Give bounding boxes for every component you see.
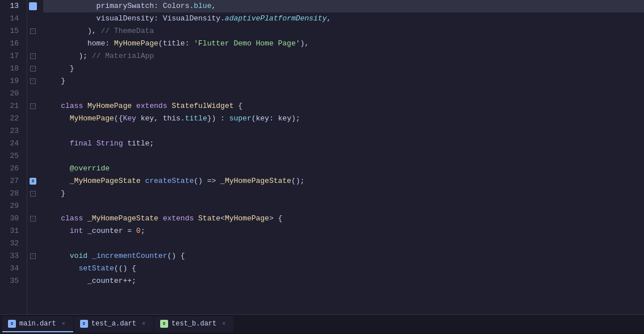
token: class [43, 212, 87, 225]
fold-icon[interactable]: − [30, 53, 36, 59]
token: ), [300, 37, 310, 50]
gutter-item [27, 12, 39, 25]
token: _MyHomePageState [220, 175, 291, 187]
tab-test_a[interactable]: Dtest_a.dart× [74, 316, 153, 332]
token: 'Flutter Demo Home Page' [194, 37, 300, 50]
token: }) : [207, 112, 229, 125]
token: StatefulWidget [172, 100, 238, 112]
fold-icon[interactable]: − [30, 78, 36, 84]
code-line: _counter++; [43, 275, 644, 287]
token: _counter = [87, 225, 136, 237]
token: // ThemeData [101, 25, 154, 37]
gutter-item: − [27, 187, 39, 200]
dart-file-icon: D [160, 320, 168, 328]
token: , [327, 12, 331, 25]
code-line [43, 200, 644, 212]
tab-bar: Dmain.dart×Dtest_a.dart×Dtest_b.dart× [0, 314, 644, 334]
line-number: 25 [0, 150, 22, 162]
line-number: 13 [0, 0, 22, 12]
token: MyHomePage [114, 37, 158, 50]
token: ); [43, 50, 92, 62]
fold-icon[interactable]: − [30, 66, 36, 72]
line-number: 24 [0, 137, 22, 150]
token [43, 250, 70, 262]
fold-icon[interactable]: − [30, 253, 36, 259]
line-number: 18 [0, 62, 22, 75]
token: MyHomePage [43, 112, 114, 125]
line-number: 23 [0, 125, 22, 137]
token: @override [43, 162, 110, 175]
line-number: 19 [0, 75, 22, 87]
tab-main[interactable]: Dmain.dart× [2, 316, 73, 332]
tab-close-button[interactable]: × [60, 320, 68, 328]
token: String [97, 137, 128, 150]
token: key, this. [136, 112, 185, 125]
line-number: 14 [0, 12, 22, 25]
token: MyHomePage [225, 212, 269, 225]
debug-marker: D [27, 175, 39, 187]
line-number: 28 [0, 187, 22, 200]
token: () => [194, 175, 220, 187]
token: } [43, 62, 74, 75]
line-number: 27 [0, 175, 22, 187]
code-line: class MyHomePage extends StatefulWidget … [43, 100, 644, 112]
code-line: ), // ThemeData [43, 25, 644, 37]
token: { [238, 100, 242, 112]
gutter-item [27, 37, 39, 50]
gutter-item: − [27, 100, 39, 112]
token: (); [291, 175, 304, 187]
tab-label: main.dart [19, 320, 56, 328]
token [43, 137, 70, 150]
code-line: ); // MaterialApp [43, 50, 644, 62]
token: void [70, 250, 92, 262]
token: < [220, 212, 225, 225]
token: blue [194, 0, 211, 12]
tab-test_b[interactable]: Dtest_b.dart× [154, 316, 233, 332]
gutter-item: − [27, 212, 39, 225]
code-container: 1314151617181920212223242526272829303132… [0, 0, 644, 314]
tab-label: test_b.dart [172, 320, 216, 328]
token: _MyHomePageState [70, 175, 145, 187]
token: , [211, 0, 216, 12]
token: ), [43, 25, 101, 37]
line-number: 30 [0, 212, 22, 225]
dart-file-icon: D [80, 320, 88, 328]
fold-icon[interactable]: − [30, 216, 36, 222]
token: extends [163, 212, 198, 225]
gutter-item: − [27, 50, 39, 62]
token: _MyHomePageState [87, 212, 163, 225]
code-line [43, 150, 644, 162]
gutter-item [27, 237, 39, 250]
code-line: setState(() { [43, 262, 644, 275]
tab-close-button[interactable]: × [140, 320, 148, 328]
token: super [229, 112, 252, 125]
fold-icon[interactable]: − [30, 103, 36, 109]
gutter-item: − [27, 62, 39, 75]
token: // MaterialApp [92, 50, 154, 62]
line-number: 31 [0, 225, 22, 237]
gutter-item [27, 125, 39, 137]
token: visualDensity: VisualDensity. [43, 12, 225, 25]
line-number: 35 [0, 275, 22, 287]
token: (key: key); [252, 112, 300, 125]
token: extends [136, 100, 172, 112]
token: _counter++; [43, 275, 136, 287]
token: ({ [114, 112, 123, 125]
token: (title: [158, 37, 194, 50]
token: title [185, 112, 207, 125]
token: } [43, 75, 65, 87]
token: setState [78, 262, 114, 275]
token: MyHomePage [87, 100, 136, 112]
fold-icon[interactable]: − [30, 191, 36, 197]
line-number: 29 [0, 200, 22, 212]
code-line: primarySwatch: Colors.blue, [43, 0, 644, 12]
token: (() { [114, 262, 136, 275]
code-line: _MyHomePageState createState() => _MyHom… [43, 175, 644, 187]
line-number: 15 [0, 25, 22, 37]
code-line: MyHomePage({Key key, this.title}) : supe… [43, 112, 644, 125]
token [43, 262, 78, 275]
fold-icon[interactable]: − [30, 28, 36, 34]
gutter-item [27, 87, 39, 100]
gutter-item [27, 150, 39, 162]
tab-close-button[interactable]: × [220, 320, 228, 328]
